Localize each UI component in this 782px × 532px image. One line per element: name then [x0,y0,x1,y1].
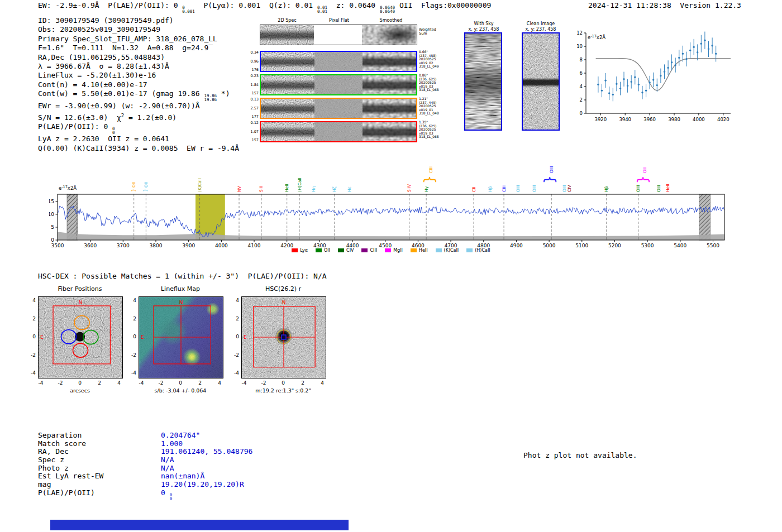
svg-text:3600: 3600 [84,243,97,248]
text-segment: 1.000 [161,439,183,448]
legend-label: CIV [346,248,354,253]
legend-item-CIV: CIV [338,248,354,253]
fiber-row-weights: 0.231.84157 [245,74,259,95]
header-summary: EW: -2.9±-0.9Å P(LAE)/P(OII): 0 00.001 P… [38,1,491,13]
text-segment: Cont(w) = 5.50(±0.01)e-17 (gmag 19.86 [38,89,204,98]
fiber-row-annotation: 0.66"(237, 458)20200525v019_02318_LL_049 [419,50,445,69]
text-segment: EWr = -3.90(±0.99) (w: -2.90(±0.70))Å [38,102,200,110]
detection-info-block: ID: 3090179549 (3090179549.pdf)Obs: 2020… [38,16,239,153]
svg-text:3500: 3500 [51,243,64,248]
legend-label: OII [324,248,330,253]
legend-swatch [338,248,344,252]
spec2d-strip [260,51,417,72]
svg-text:(K)CaII: (K)CaII [197,178,202,192]
legend-swatch [411,248,417,252]
fiber-weight-1: 1.84 [245,83,259,87]
info-line-1: Obs: 20200525v019_3090179549 [38,25,239,34]
cutout-xlabel-img: m:19.2 re:1.3" s:0.2" [236,387,331,394]
text-segment: ID: 3090179549 (3090179549.pdf) [38,16,174,25]
fiber-weight-1: 1.07 [245,130,259,134]
fiber-row-weights: 0.121.07157 [245,121,259,142]
xtick-label: 4 [113,380,125,386]
svg-text:{: { [636,175,651,184]
info-line-4: RA,Dec (191.061295,55.048843) [38,53,239,62]
svg-text:Hβ: Hβ [488,186,493,192]
match-value-6: 19.20(19.20,19.20)R [161,480,244,489]
ytick-label: -2 [228,352,239,358]
legend-item-CIII: CIII [361,248,377,253]
cell-2dspec [261,122,314,141]
text-segment: LyA z = 2.2630 OII z = 0.0641 [38,135,169,143]
svg-text:E: E [141,334,144,340]
text-segment: Obs: 20200525v019_3090179549 [38,25,160,33]
xtick-label: -4 [136,380,147,386]
info-line-10: S/N = 12.6(±3.0) χ2 = 1.2(±0.0) [38,111,239,123]
svg-text:E: E [244,334,247,340]
withsky-xy: x, y: 237, 458 [462,27,506,32]
ytick-label: -4 [25,370,36,376]
svg-text:N: N [79,300,83,305]
text-segment: F=1.6" T=0.111 N=1.32 A=0.88 g=24.9̅ [38,44,208,52]
svg-text:3920: 3920 [594,117,607,122]
xtick-label: -2 [155,380,166,386]
info-line-0: ID: 3090179549 (3090179549.pdf) [38,16,239,25]
text-segment: EW: -2.9±-0.9Å P(LAE)/P(OII): 0 [38,1,182,9]
info-line-9: EWr = -3.90(±0.99) (w: -2.90(±0.70))Å [38,102,239,111]
bottom-blue-bar [50,520,349,530]
legend-item-(H)CaII: (H)CaII [466,248,490,253]
spec2d-strip [260,98,417,119]
dark-streak [363,99,416,118]
legend-swatch [466,248,473,252]
info-line-5: λ = 3966.67Å σ = 8.28(±1.43)Å [38,62,239,71]
svg-text:15: 15 [49,199,54,204]
fiber-weight-0: 0.12 [245,121,259,125]
ytick-label: 0 [25,334,36,339]
fiber-weight-2: 176 [245,68,259,72]
fiber-weight-0: 0.34 [245,51,259,55]
legend-item-(K)CaII: (K)CaII [436,248,459,253]
fiber-weight-2: 177 [245,115,259,119]
noise-texture [314,52,363,71]
cutout-xlabel-fiber: arcsecs [32,387,127,394]
dark-streak [363,75,416,94]
svg-text:3960: 3960 [643,117,656,122]
sky-dark-band [465,33,501,130]
dark-streak [261,75,314,94]
legend-label: HeII [419,248,428,253]
xtick-label: -2 [55,380,66,386]
text-segment: 191.061240, 55.048796 [161,447,252,456]
cutout-overlay-fiber: NE [39,297,122,378]
legend-label: MgII [393,248,403,253]
cutout-title-map: Lineflux Map [139,285,222,293]
cutout-title-fiber: Fiber Positions [38,285,122,293]
legend-item-OII: OII [316,248,330,253]
stacked-value: 19.8619.86 [204,94,217,102]
svg-text:0: 0 [580,111,583,116]
text-segment: N/A [161,456,174,464]
dark-streak [363,122,416,141]
info-line-12: LyA z = 2.2630 OII z = 0.0641 [38,135,239,143]
xtick-label: -4 [239,380,250,386]
svg-text:3800: 3800 [150,243,163,248]
fiber-row-weights: 0.340.96176 [245,51,259,72]
svg-text:OII: OII [642,167,647,173]
svg-text:{: { [131,189,136,192]
svg-text:OIII: OIII [656,185,661,192]
stacked-lo: 0.01 [317,9,327,13]
info-line-11: P(LAE)/P(OII): 0 00 [38,122,239,135]
ytick-label: 4 [228,298,239,303]
legend-swatch [292,248,298,252]
legend-label: Lyα [300,248,308,253]
dark-streak [260,25,314,45]
ytick-label: 4 [25,298,36,303]
xtick-label: 2 [94,380,105,386]
svg-text:4: 4 [580,84,583,89]
svg-text:6: 6 [580,70,583,76]
svg-text:OIII: OIII [636,185,641,192]
text-segment: 0 [161,488,170,497]
cell-2dspec [261,52,314,71]
text-segment: OII Flags:0x00000009 [395,1,491,9]
noise-texture [314,122,363,141]
cutout-overlay-map: NE [139,297,223,378]
cell-2dspec [261,99,314,118]
